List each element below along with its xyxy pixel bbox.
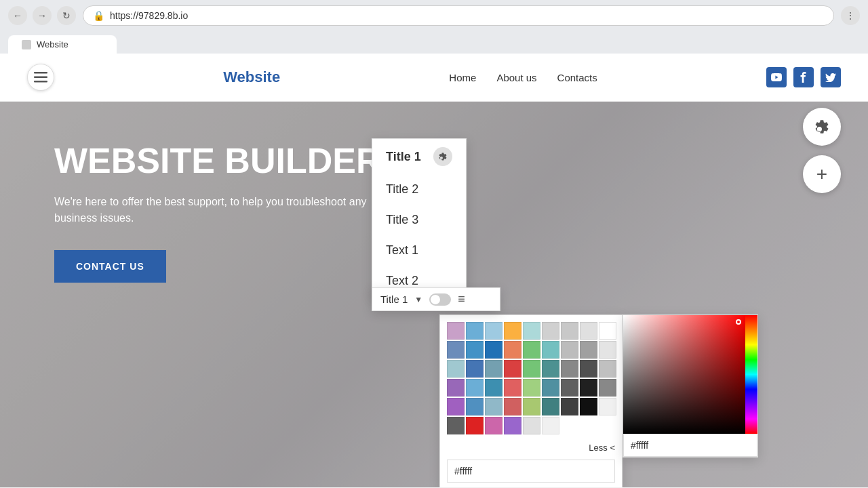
back-button[interactable]: ←: [8, 6, 27, 25]
swatch[interactable]: [523, 322, 540, 340]
swatch[interactable]: [580, 322, 597, 340]
swatch[interactable]: [561, 322, 578, 340]
menu-button[interactable]: ⋮: [841, 6, 860, 25]
swatch[interactable]: [523, 417, 540, 434]
svg-rect-1: [34, 77, 47, 79]
dropdown-item-settings-icon[interactable]: [433, 147, 452, 166]
swatch[interactable]: [466, 341, 484, 359]
swatch-grid: [447, 322, 615, 434]
swatch[interactable]: [523, 398, 540, 415]
swatch[interactable]: [561, 398, 578, 415]
swatch[interactable]: [447, 398, 465, 415]
swatch[interactable]: [580, 341, 597, 359]
swatch[interactable]: [523, 341, 540, 359]
fab-settings-button[interactable]: [803, 108, 841, 146]
swatch[interactable]: [542, 417, 559, 434]
swatch[interactable]: [466, 398, 484, 415]
swatch[interactable]: [580, 398, 597, 415]
swatch[interactable]: [466, 379, 484, 396]
swatch[interactable]: [504, 379, 521, 396]
chevron-down-icon: ▼: [414, 295, 422, 304]
swatch[interactable]: [504, 322, 521, 340]
swatch[interactable]: [599, 398, 616, 415]
swatch[interactable]: [542, 398, 559, 415]
dropdown-item-text1[interactable]: Text 1: [372, 235, 466, 266]
lock-icon: 🔒: [93, 10, 104, 21]
swatch[interactable]: [523, 379, 540, 396]
swatch[interactable]: [485, 341, 502, 359]
dropdown-item-label: Text 2: [386, 274, 418, 288]
svg-rect-0: [34, 72, 47, 74]
refresh-button[interactable]: ↻: [57, 6, 76, 25]
site-header: Website Home About us Contacts: [0, 54, 868, 102]
swatch[interactable]: [523, 360, 540, 378]
tab-favicon: [22, 40, 31, 49]
forward-button[interactable]: →: [33, 6, 52, 25]
contact-us-button[interactable]: CONTACT US: [54, 250, 166, 283]
hex-input[interactable]: [447, 460, 615, 483]
swatch[interactable]: [599, 379, 616, 396]
social-icons: [766, 67, 841, 87]
swatch[interactable]: [542, 360, 559, 378]
swatch[interactable]: [504, 398, 521, 415]
swatch[interactable]: [447, 360, 465, 378]
site-nav: Home About us Contacts: [449, 72, 597, 83]
swatch[interactable]: [466, 322, 484, 340]
swatch[interactable]: [561, 341, 578, 359]
swatch[interactable]: [599, 360, 616, 378]
browser-tab[interactable]: Website: [8, 35, 117, 54]
hero-title: WEBSITE BUILDER: [54, 142, 393, 180]
gradient-row: [623, 315, 757, 434]
swatch[interactable]: [599, 341, 616, 359]
swatch[interactable]: [485, 398, 502, 415]
swatch[interactable]: [599, 322, 616, 340]
website-frame: Website Home About us Contacts WEBSITE B…: [0, 54, 868, 487]
dropdown-item-title3[interactable]: Title 3: [372, 205, 466, 235]
hamburger-menu-button[interactable]: [27, 64, 54, 91]
address-bar[interactable]: 🔒 https://97829.8b.io: [83, 5, 834, 26]
nav-about[interactable]: About us: [496, 72, 536, 83]
dropdown-item-label: Title 2: [386, 182, 418, 197]
swatch[interactable]: [504, 360, 521, 378]
gradient-hex-input[interactable]: [623, 434, 757, 457]
site-logo: Website: [223, 68, 280, 86]
gear-icon: [814, 119, 830, 135]
less-button[interactable]: Less <: [447, 440, 615, 455]
swatch[interactable]: [447, 322, 465, 340]
swatch[interactable]: [504, 417, 521, 434]
swatch[interactable]: [561, 379, 578, 396]
color-picker-bar: Title 1 ▼ ≡: [372, 287, 500, 311]
swatch[interactable]: [561, 360, 578, 378]
hue-slider[interactable]: [745, 315, 757, 434]
color-picker-title-label: Title 1: [380, 293, 408, 305]
youtube-icon[interactable]: [766, 67, 787, 87]
swatch[interactable]: [485, 417, 502, 434]
swatch[interactable]: [447, 341, 465, 359]
swatch[interactable]: [447, 379, 465, 396]
nav-contacts[interactable]: Contacts: [557, 72, 597, 83]
swatch[interactable]: [485, 379, 502, 396]
dropdown-item-title1[interactable]: Title 1: [372, 139, 466, 174]
swatch[interactable]: [485, 322, 502, 340]
swatch[interactable]: [580, 360, 597, 378]
plus-icon: +: [816, 165, 827, 184]
swatch[interactable]: [580, 379, 597, 396]
swatch[interactable]: [542, 341, 559, 359]
svg-rect-2: [34, 81, 47, 83]
swatch[interactable]: [466, 360, 484, 378]
align-icon[interactable]: ≡: [458, 292, 465, 306]
swatch[interactable]: [466, 417, 484, 434]
fab-add-button[interactable]: +: [803, 155, 841, 193]
toggle-switch[interactable]: [429, 293, 451, 306]
nav-home[interactable]: Home: [449, 72, 476, 83]
swatch[interactable]: [504, 341, 521, 359]
facebook-icon[interactable]: [793, 67, 814, 87]
swatch[interactable]: [542, 322, 559, 340]
gradient-picker[interactable]: [623, 315, 745, 434]
swatch[interactable]: [542, 379, 559, 396]
dropdown-menu: Title 1 Title 2 Title 3 Text 1 Text 2: [372, 138, 467, 297]
dropdown-item-title2[interactable]: Title 2: [372, 174, 466, 205]
swatch[interactable]: [485, 360, 502, 378]
twitter-icon[interactable]: [821, 67, 841, 87]
swatch[interactable]: [447, 417, 465, 434]
